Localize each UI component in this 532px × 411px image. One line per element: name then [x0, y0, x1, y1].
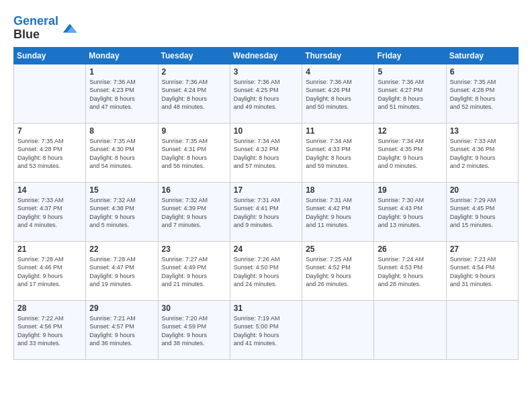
day-info: Sunrise: 7:19 AM Sunset: 5:00 PM Dayligh… [234, 314, 298, 348]
calendar-cell: 12Sunrise: 7:34 AM Sunset: 4:35 PM Dayli… [374, 123, 446, 182]
calendar-cell: 14Sunrise: 7:33 AM Sunset: 4:37 PM Dayli… [14, 182, 86, 241]
day-number: 6 [450, 67, 515, 77]
calendar-week-row: 14Sunrise: 7:33 AM Sunset: 4:37 PM Dayli… [14, 182, 519, 241]
header-sunday: Sunday [14, 47, 86, 64]
day-number: 24 [234, 244, 298, 254]
calendar-cell: 6Sunrise: 7:35 AM Sunset: 4:28 PM Daylig… [446, 64, 518, 123]
day-info: Sunrise: 7:35 AM Sunset: 4:28 PM Dayligh… [450, 78, 515, 111]
day-number: 5 [378, 67, 442, 77]
calendar-cell: 4Sunrise: 7:36 AM Sunset: 4:26 PM Daylig… [302, 64, 374, 123]
calendar-cell: 9Sunrise: 7:35 AM Sunset: 4:31 PM Daylig… [158, 123, 230, 182]
calendar-week-row: 7Sunrise: 7:35 AM Sunset: 4:28 PM Daylig… [14, 123, 519, 182]
day-number: 11 [306, 126, 370, 136]
calendar-cell [302, 300, 374, 359]
day-info: Sunrise: 7:29 AM Sunset: 4:45 PM Dayligh… [450, 196, 515, 230]
day-info: Sunrise: 7:26 AM Sunset: 4:50 PM Dayligh… [234, 255, 298, 289]
header-wednesday: Wednesday [230, 47, 302, 64]
day-info: Sunrise: 7:31 AM Sunset: 4:41 PM Dayligh… [234, 196, 298, 230]
day-number: 30 [162, 304, 226, 313]
day-number: 27 [450, 244, 515, 254]
calendar-cell: 13Sunrise: 7:33 AM Sunset: 4:36 PM Dayli… [446, 123, 518, 182]
day-number: 7 [17, 126, 82, 136]
day-info: Sunrise: 7:25 AM Sunset: 4:52 PM Dayligh… [306, 255, 370, 289]
day-info: Sunrise: 7:36 AM Sunset: 4:23 PM Dayligh… [89, 78, 154, 111]
calendar-cell: 23Sunrise: 7:27 AM Sunset: 4:49 PM Dayli… [158, 241, 230, 300]
header-monday: Monday [86, 47, 158, 64]
day-number: 4 [306, 67, 370, 77]
calendar-cell: 16Sunrise: 7:32 AM Sunset: 4:39 PM Dayli… [158, 182, 230, 241]
day-info: Sunrise: 7:21 AM Sunset: 4:57 PM Dayligh… [89, 314, 154, 348]
calendar-body: 1Sunrise: 7:36 AM Sunset: 4:23 PM Daylig… [14, 64, 519, 359]
day-number: 16 [162, 185, 226, 195]
calendar-cell: 10Sunrise: 7:34 AM Sunset: 4:32 PM Dayli… [230, 123, 302, 182]
logo-text: GeneralBlue [13, 15, 58, 42]
day-number: 3 [234, 67, 298, 77]
calendar-cell: 22Sunrise: 7:28 AM Sunset: 4:47 PM Dayli… [86, 241, 158, 300]
calendar-table: SundayMondayTuesdayWednesdayThursdayFrid… [13, 47, 519, 360]
calendar-cell: 28Sunrise: 7:22 AM Sunset: 4:56 PM Dayli… [14, 300, 86, 359]
calendar-cell: 24Sunrise: 7:26 AM Sunset: 4:50 PM Dayli… [230, 241, 302, 300]
calendar-week-row: 28Sunrise: 7:22 AM Sunset: 4:56 PM Dayli… [14, 300, 519, 359]
day-info: Sunrise: 7:28 AM Sunset: 4:46 PM Dayligh… [17, 255, 82, 289]
calendar-cell: 18Sunrise: 7:31 AM Sunset: 4:42 PM Dayli… [302, 182, 374, 241]
calendar-cell: 31Sunrise: 7:19 AM Sunset: 5:00 PM Dayli… [230, 300, 302, 359]
day-number: 26 [378, 244, 442, 254]
day-number: 29 [89, 304, 154, 313]
calendar-cell: 17Sunrise: 7:31 AM Sunset: 4:41 PM Dayli… [230, 182, 302, 241]
calendar-cell: 15Sunrise: 7:32 AM Sunset: 4:38 PM Dayli… [86, 182, 158, 241]
header-tuesday: Tuesday [158, 47, 230, 64]
day-number: 12 [378, 126, 442, 136]
calendar-cell: 20Sunrise: 7:29 AM Sunset: 4:45 PM Dayli… [446, 182, 518, 241]
day-info: Sunrise: 7:22 AM Sunset: 4:56 PM Dayligh… [17, 314, 82, 348]
day-info: Sunrise: 7:36 AM Sunset: 4:24 PM Dayligh… [162, 78, 226, 111]
day-info: Sunrise: 7:36 AM Sunset: 4:26 PM Dayligh… [306, 78, 370, 111]
day-number: 17 [234, 185, 298, 195]
calendar-cell: 2Sunrise: 7:36 AM Sunset: 4:24 PM Daylig… [158, 64, 230, 123]
day-number: 22 [89, 244, 154, 254]
calendar-cell: 11Sunrise: 7:34 AM Sunset: 4:33 PM Dayli… [302, 123, 374, 182]
day-number: 10 [234, 126, 298, 136]
day-number: 25 [306, 244, 370, 254]
day-info: Sunrise: 7:23 AM Sunset: 4:54 PM Dayligh… [450, 255, 515, 289]
day-number: 23 [162, 244, 226, 254]
day-info: Sunrise: 7:36 AM Sunset: 4:25 PM Dayligh… [234, 78, 298, 111]
calendar-header-row: SundayMondayTuesdayWednesdayThursdayFrid… [14, 47, 519, 64]
day-number: 14 [17, 185, 82, 195]
day-number: 1 [89, 67, 154, 77]
day-info: Sunrise: 7:32 AM Sunset: 4:38 PM Dayligh… [89, 196, 154, 230]
calendar-cell: 30Sunrise: 7:20 AM Sunset: 4:59 PM Dayli… [158, 300, 230, 359]
day-info: Sunrise: 7:31 AM Sunset: 4:42 PM Dayligh… [306, 196, 370, 230]
calendar-cell: 7Sunrise: 7:35 AM Sunset: 4:28 PM Daylig… [14, 123, 86, 182]
day-number: 21 [17, 244, 82, 254]
calendar-cell: 29Sunrise: 7:21 AM Sunset: 4:57 PM Dayli… [86, 300, 158, 359]
calendar-cell: 27Sunrise: 7:23 AM Sunset: 4:54 PM Dayli… [446, 241, 518, 300]
calendar-cell: 5Sunrise: 7:36 AM Sunset: 4:27 PM Daylig… [374, 64, 446, 123]
calendar-cell: 3Sunrise: 7:36 AM Sunset: 4:25 PM Daylig… [230, 64, 302, 123]
day-number: 20 [450, 185, 515, 195]
calendar-cell: 25Sunrise: 7:25 AM Sunset: 4:52 PM Dayli… [302, 241, 374, 300]
calendar-cell: 19Sunrise: 7:30 AM Sunset: 4:43 PM Dayli… [374, 182, 446, 241]
logo-icon [60, 19, 79, 38]
day-info: Sunrise: 7:36 AM Sunset: 4:27 PM Dayligh… [378, 78, 442, 111]
calendar-cell: 26Sunrise: 7:24 AM Sunset: 4:53 PM Dayli… [374, 241, 446, 300]
day-info: Sunrise: 7:28 AM Sunset: 4:47 PM Dayligh… [89, 255, 154, 289]
day-info: Sunrise: 7:27 AM Sunset: 4:49 PM Dayligh… [162, 255, 226, 289]
calendar-cell [14, 64, 86, 123]
day-info: Sunrise: 7:32 AM Sunset: 4:39 PM Dayligh… [162, 196, 226, 230]
calendar-cell [446, 300, 518, 359]
logo: GeneralBlue [13, 15, 79, 42]
day-number: 15 [89, 185, 154, 195]
day-info: Sunrise: 7:20 AM Sunset: 4:59 PM Dayligh… [162, 314, 226, 348]
calendar-cell: 21Sunrise: 7:28 AM Sunset: 4:46 PM Dayli… [14, 241, 86, 300]
day-number: 2 [162, 67, 226, 77]
calendar-cell: 8Sunrise: 7:35 AM Sunset: 4:30 PM Daylig… [86, 123, 158, 182]
day-info: Sunrise: 7:34 AM Sunset: 4:33 PM Dayligh… [306, 137, 370, 171]
day-info: Sunrise: 7:34 AM Sunset: 4:35 PM Dayligh… [378, 137, 442, 171]
header-saturday: Saturday [446, 47, 518, 64]
header-friday: Friday [374, 47, 446, 64]
calendar-week-row: 1Sunrise: 7:36 AM Sunset: 4:23 PM Daylig… [14, 64, 519, 123]
calendar-week-row: 21Sunrise: 7:28 AM Sunset: 4:46 PM Dayli… [14, 241, 519, 300]
day-number: 8 [89, 126, 154, 136]
day-info: Sunrise: 7:35 AM Sunset: 4:31 PM Dayligh… [162, 137, 226, 171]
day-info: Sunrise: 7:24 AM Sunset: 4:53 PM Dayligh… [378, 255, 442, 289]
